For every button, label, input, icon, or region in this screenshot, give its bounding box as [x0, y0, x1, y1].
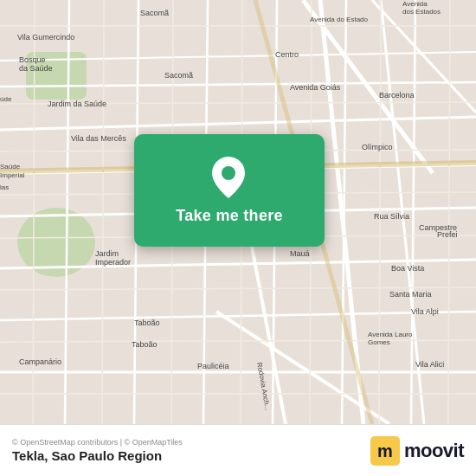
svg-line-34 [448, 0, 450, 424]
svg-line-4 [0, 82, 476, 87]
svg-line-29 [102, 0, 104, 424]
svg-line-5 [0, 52, 476, 61]
svg-line-1 [381, 0, 424, 424]
location-pin-icon [212, 157, 247, 198]
svg-line-28 [33, 0, 35, 424]
svg-line-21 [0, 102, 476, 104]
svg-line-25 [0, 287, 476, 290]
svg-line-26 [0, 340, 476, 342]
svg-line-10 [65, 0, 69, 424]
map-attribution: © OpenStreetMap contributors | © OpenMap… [12, 438, 183, 447]
svg-point-37 [222, 166, 235, 180]
svg-line-7 [0, 260, 476, 268]
location-name: Tekla, Sao Paulo Region [12, 448, 183, 463]
svg-line-19 [216, 312, 389, 424]
moovit-logo: m moovit [370, 436, 464, 466]
svg-line-18 [251, 242, 286, 424]
svg-line-15 [411, 0, 415, 424]
location-info: © OpenStreetMap contributors | © OpenMap… [12, 438, 183, 463]
map-container: Vila Gumercindo Bosqueda Saúde Sacomã Sa… [0, 0, 476, 424]
svg-line-3 [0, 117, 476, 130]
bottom-bar: © OpenStreetMap contributors | © OpenMap… [0, 424, 476, 476]
moovit-text: moovit [404, 440, 464, 462]
svg-line-8 [0, 312, 476, 320]
svg-line-33 [379, 0, 381, 424]
moovit-icon: m [370, 436, 400, 466]
svg-text:m: m [377, 441, 393, 460]
take-me-there-button[interactable]: Take me there [134, 134, 325, 247]
take-me-there-label: Take me there [176, 207, 283, 225]
